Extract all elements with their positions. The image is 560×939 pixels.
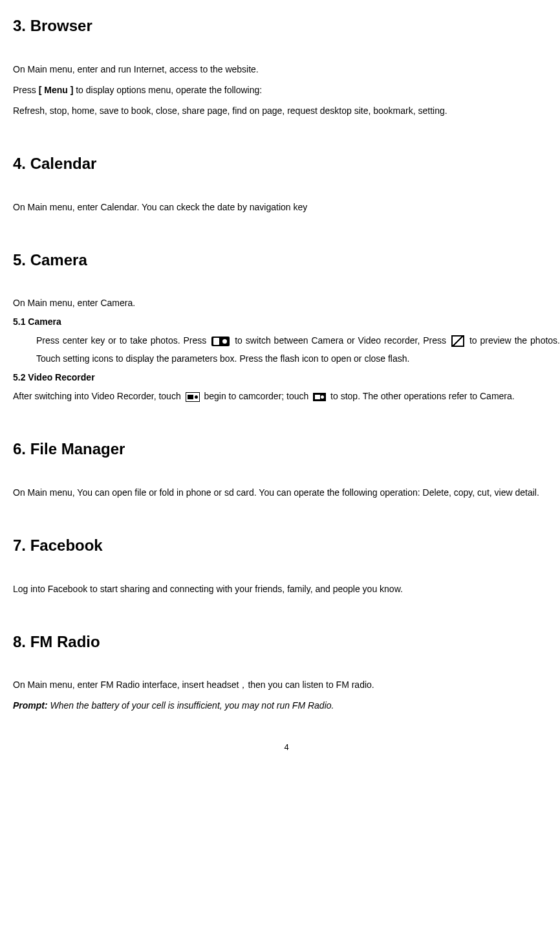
record-icon [186,392,200,402]
subheading-camera: 5.1 Camera [13,315,560,330]
filemanager-text-1: On Main menu, You can open file or fold … [13,483,560,502]
prompt-label: Prompt: [13,700,48,711]
heading-facebook: 7. Facebook [13,533,560,559]
heading-fm-radio: 8. FM Radio [13,629,560,656]
camera-sub1-text: Press center key or to take photos. Pres… [13,331,560,368]
heading-file-manager: 6. File Manager [13,436,560,463]
calendar-text-1: On Main menu, enter Calendar. You can ck… [13,198,560,216]
heading-calendar: 4. Calendar [13,151,560,177]
browser-text-1: On Main menu, enter and run Internet, ac… [13,60,560,78]
facebook-text-1: Log into Facebook to start sharing and c… [13,580,560,598]
heading-camera: 5. Camera [13,247,560,274]
stop-icon [313,393,326,401]
menu-label: [ Menu ] [39,85,74,95]
browser-text-3: Refresh, stop, home, save to book, close… [13,102,560,120]
subheading-video-recorder: 5.2 Video Recorder [13,370,560,386]
fmradio-text-1: On Main menu, enter FM Radio interface, … [13,676,560,694]
page-number: 4 [13,740,560,755]
heading-browser: 3. Browser [13,13,560,39]
camera-switch-icon [211,337,230,346]
browser-text-2: Press [ Menu ] to display options menu, … [13,81,560,99]
camera-sub2-text: After switching into Video Recorder, tou… [13,387,560,405]
fmradio-prompt: Prompt: When the battery of your cell is… [13,696,560,714]
preview-icon [451,335,464,347]
prompt-text: When the battery of your cell is insuffi… [48,700,334,711]
camera-text-1: On Main menu, enter Camera. [13,294,560,312]
